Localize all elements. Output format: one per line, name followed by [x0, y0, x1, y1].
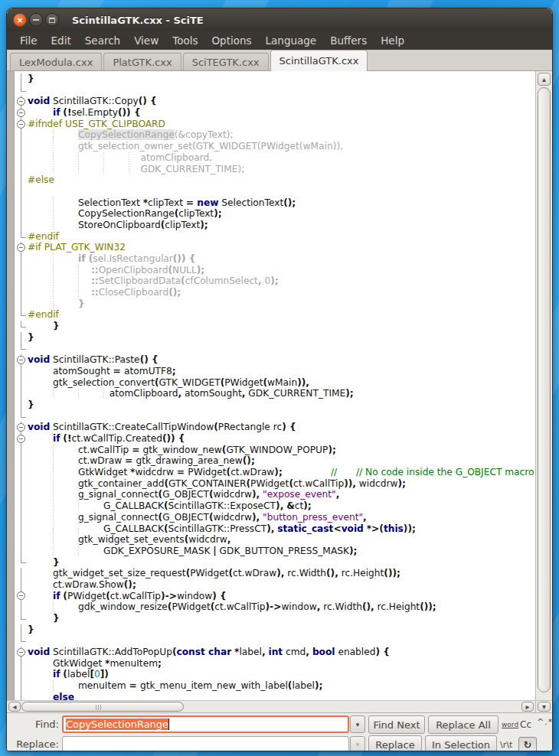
fold-toggle-icon[interactable] — [15, 647, 28, 658]
code-line[interactable] — [7, 85, 535, 96]
code-line[interactable]: #endif — [7, 309, 535, 321]
vertical-scrollbar-thumb[interactable] — [538, 87, 551, 692]
code-line[interactable]: GDK_EXPOSURE_MASK | GDK_BUTTON_PRESS_MAS… — [7, 546, 535, 557]
code-line[interactable]: } — [7, 73, 535, 85]
menu-item-buffers[interactable]: Buffers — [323, 33, 374, 48]
scroll-up-button[interactable]: ▴ — [538, 73, 551, 86]
title-bar[interactable]: × ScintillaGTK.cxx - SciTE — [7, 8, 552, 31]
code-line[interactable]: if (sel.IsRectangular()) { — [7, 253, 535, 265]
code-line[interactable]: ::SetClipboardData(cfColumnSelect, 0); — [7, 275, 535, 287]
code-line[interactable] — [7, 186, 535, 197]
fold-toggle-icon[interactable] — [15, 96, 28, 107]
code-line[interactable]: void ScintillaGTK::Copy() { — [7, 96, 535, 107]
replace-all-button[interactable]: Replace All — [428, 715, 499, 734]
code-line[interactable]: void ScintillaGTK::AddToPopUp(const char… — [7, 647, 535, 658]
code-lines[interactable]: }void ScintillaGTK::Copy() { if (!sel.Em… — [7, 71, 535, 700]
code-line[interactable]: #ifndef USE_GTK_CLIPBOARD — [7, 119, 535, 130]
tab-scitegtk-cxx[interactable]: SciTEGTK.cxx — [183, 53, 269, 70]
code-line[interactable]: else — [7, 692, 535, 700]
code-line[interactable]: gtk_selection_owner_set(GTK_WIDGET(PWidg… — [7, 141, 535, 152]
code-line[interactable]: GtkWidget *widcdrw = PWidget(ct.wDraw); … — [7, 467, 535, 478]
code-line[interactable]: ::OpenClipboard(NULL); — [7, 265, 535, 276]
code-line[interactable]: G_CALLBACK(ScintillaGTK::PressCT), stati… — [7, 523, 535, 535]
code-line[interactable]: } — [7, 321, 535, 332]
in-selection-button[interactable]: In Selection — [425, 735, 497, 751]
code-line[interactable]: gdk_window_resize(PWidget(ct.wCallTip)->… — [7, 601, 535, 613]
code-line[interactable]: G_CALLBACK(ScintillaGTK::ExposeCT), &ct)… — [7, 500, 535, 512]
menu-item-options[interactable]: Options — [204, 33, 258, 48]
code-line[interactable]: } — [7, 399, 535, 411]
code-line[interactable]: GtkWidget *menuItem; — [7, 658, 535, 670]
code-line[interactable]: if (!sel.Empty()) { — [7, 107, 535, 119]
regex-toggle[interactable]: ^.* — [537, 717, 553, 727]
code-line[interactable]: gtk_container_add(GTK_CONTAINER(PWidget(… — [7, 478, 535, 490]
fold-toggle-icon[interactable] — [15, 107, 28, 119]
code-line[interactable]: void ScintillaGTK::Paste() { — [7, 354, 535, 366]
fold-toggle-icon[interactable] — [15, 433, 28, 445]
menu-item-edit[interactable]: Edit — [44, 33, 78, 48]
tab-platgtk-cxx[interactable]: PlatGTK.cxx — [103, 53, 181, 70]
find-next-button[interactable]: Find Next — [368, 715, 425, 734]
menu-item-file[interactable]: File — [13, 33, 44, 48]
replace-history-dropdown[interactable]: ▾ — [350, 736, 365, 751]
horizontal-scrollbar-thumb[interactable] — [21, 702, 184, 712]
menu-item-search[interactable]: Search — [78, 33, 127, 48]
fold-toggle-icon[interactable] — [15, 119, 28, 130]
code-line[interactable] — [7, 635, 535, 647]
code-line[interactable]: if (!ct.wCallTip.Created()) { — [7, 433, 535, 445]
code-line[interactable]: ct.wDraw = gtk_drawing_area_new(); — [7, 455, 535, 467]
menu-item-tools[interactable]: Tools — [165, 33, 204, 48]
code-line[interactable]: #endif — [7, 231, 535, 243]
horizontal-scrollbar[interactable]: ◂ ▸ — [7, 701, 535, 712]
scroll-down-button[interactable]: ▾ — [538, 702, 551, 712]
selection-margin[interactable] — [7, 71, 15, 700]
code-line[interactable]: } — [7, 298, 535, 310]
code-line[interactable]: } — [7, 557, 535, 569]
code-line[interactable]: if (label[0]) — [7, 669, 535, 680]
menu-item-view[interactable]: View — [127, 33, 165, 48]
menu-item-language[interactable]: Language — [259, 33, 324, 48]
code-line[interactable]: g_signal_connect(G_OBJECT(widcdrw), "but… — [7, 512, 535, 523]
code-line[interactable]: g_signal_connect(G_OBJECT(widcdrw), "exp… — [7, 489, 535, 500]
code-line[interactable]: SelectionText *clipText = new SelectionT… — [7, 197, 535, 209]
code-line[interactable]: StoreOnClipboard(clipText); — [7, 220, 535, 231]
code-line[interactable]: gtk_widget_set_events(widcdrw, — [7, 534, 535, 546]
code-line[interactable] — [7, 344, 535, 355]
escape-sequences-toggle[interactable]: \r\t — [500, 740, 512, 750]
scroll-right-button[interactable]: ▸ — [521, 702, 534, 712]
code-line[interactable]: atomSought = atomUTF8; — [7, 366, 535, 377]
code-line[interactable]: } — [7, 332, 535, 344]
tab-scintillagtk-cxx[interactable]: ScintillaGTK.cxx — [270, 50, 368, 71]
vertical-scrollbar[interactable]: ▴ — [535, 71, 552, 700]
code-line[interactable]: ct.wDraw.Show(); — [7, 579, 535, 591]
code-line[interactable] — [7, 411, 535, 422]
code-line[interactable]: CopySelectionRange(&copyText); — [7, 129, 535, 141]
code-line[interactable]: #if PLAT_GTK_WIN32 — [7, 242, 535, 253]
code-line[interactable]: #else — [7, 174, 535, 186]
replace-input[interactable] — [62, 736, 349, 751]
wrap-around-toggle[interactable]: ↻ — [518, 737, 537, 751]
code-line[interactable]: void ScintillaGTK::CreateCallTipWindow(P… — [7, 422, 535, 433]
code-line[interactable]: gtk_widget_set_size_request(PWidget(ct.w… — [7, 568, 535, 579]
fold-toggle-icon[interactable] — [15, 354, 28, 366]
code-line[interactable]: ::CloseClipboard(); — [7, 287, 535, 298]
code-line[interactable]: } — [7, 613, 535, 624]
code-line[interactable]: gtk_selection_convert(GTK_WIDGET(PWidget… — [7, 377, 535, 389]
match-whole-word-toggle[interactable]: word — [502, 721, 518, 728]
code-line[interactable]: menuItem = gtk_menu_item_new_with_label(… — [7, 680, 535, 692]
fold-toggle-icon[interactable] — [15, 591, 28, 602]
code-line[interactable]: CopySelectionRange(clipText); — [7, 208, 535, 220]
code-line[interactable]: ct.wCallTip = gtk_window_new(GTK_WINDOW_… — [7, 445, 535, 456]
code-line[interactable]: atomClipboard, atomSought, GDK_CURRENT_T… — [7, 388, 535, 399]
tab-lexmodula-cxx[interactable]: LexModula.cxx — [10, 53, 102, 70]
code-line[interactable]: } — [7, 624, 535, 636]
maximize-button[interactable] — [45, 13, 59, 27]
minimize-button[interactable] — [29, 13, 43, 27]
menu-item-help[interactable]: Help — [374, 33, 411, 48]
scroll-left-button[interactable]: ◂ — [8, 702, 21, 712]
close-button[interactable]: × — [13, 13, 27, 27]
replace-button[interactable]: Replace — [368, 735, 422, 751]
match-case-toggle[interactable]: Cc — [520, 719, 531, 730]
find-input[interactable]: CopySelectionRange — [62, 715, 349, 733]
code-line[interactable]: atomClipboard, — [7, 152, 535, 164]
